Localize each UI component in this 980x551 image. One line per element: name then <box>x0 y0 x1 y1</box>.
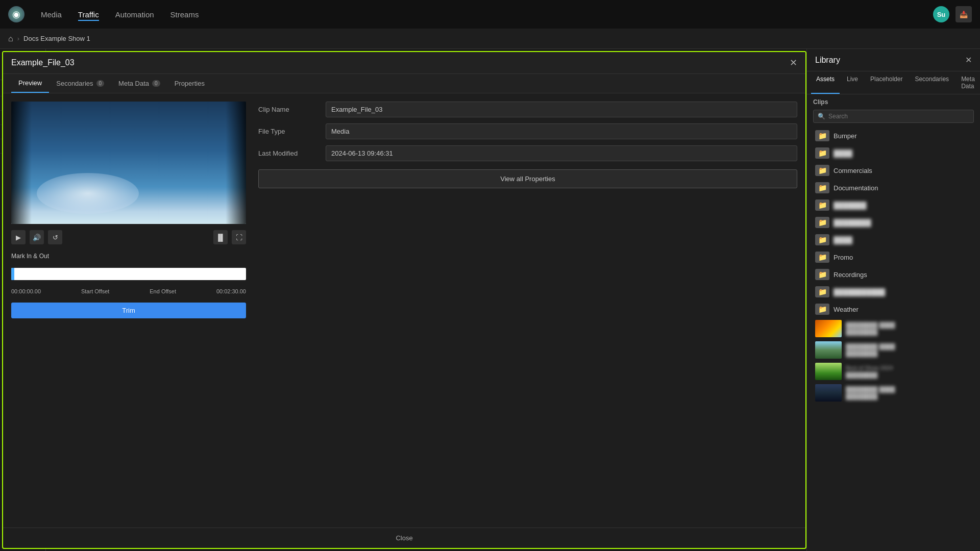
vignette-right <box>226 102 246 224</box>
thumbnail-name-1: ████████ ████████████ <box>846 321 895 336</box>
trim-bar-track[interactable] <box>11 268 246 280</box>
inbox-icon[interactable]: 📥 <box>955 6 972 22</box>
app-logo[interactable]: ◉ <box>8 6 24 22</box>
folder-list: 📁 Bumper 📁 ████ 📁 Commercials 📁 Document… <box>807 127 980 551</box>
folder-icon: 📁 <box>815 199 829 211</box>
thumbnail-name-4: ████████ ████████████ <box>846 386 895 400</box>
folder-name-bumper: Bumper <box>834 132 857 140</box>
volume-button[interactable]: 🔊 <box>30 230 44 244</box>
modal-body: ▶ 🔊 ↺ ▐▌ ⛶ Mark In & Out 00:00:00.00 Sta… <box>3 93 805 528</box>
folder-item-blurred3[interactable]: 📁 ████████ <box>811 214 976 231</box>
user-avatar[interactable]: Su <box>933 6 949 22</box>
folder-item-commercials[interactable]: 📁 Commercials <box>811 162 976 179</box>
file-type-label: File Type <box>258 128 320 135</box>
modal-tabs: Preview Secondaries 0 Meta Data 0 Proper… <box>3 74 805 93</box>
tab-secondaries[interactable]: Secondaries 0 <box>49 74 111 93</box>
thumbnail-item-1[interactable]: ████████ ████████████ <box>811 318 976 339</box>
thumbnail-preview-3 <box>815 363 842 380</box>
breadcrumb: ⌂ › Docs Example Show 1 <box>0 29 980 49</box>
folder-name-blurred1: ████ <box>834 149 852 157</box>
tab-preview[interactable]: Preview <box>11 74 49 93</box>
folder-name-blurred3: ████████ <box>834 219 871 227</box>
thumbnail-name-2: ████████ ████████████ <box>846 343 895 358</box>
trim-button[interactable]: Trim <box>11 303 246 318</box>
top-navigation: ◉ Media Traffic Automation Streams Su 📥 <box>0 0 980 29</box>
lib-tab-placeholder[interactable]: Placeholder <box>865 71 908 94</box>
lib-tab-metadata[interactable]: Meta Data <box>956 71 980 94</box>
folder-icon: 📁 <box>815 252 829 263</box>
folder-name-commercials: Commercials <box>834 167 872 174</box>
folder-icon: 📁 <box>815 147 829 159</box>
library-panel: Library ✕ Assets Live Placeholder Second… <box>806 49 980 551</box>
nav-media[interactable]: Media <box>41 8 62 21</box>
folder-icon: 📁 <box>815 130 829 141</box>
thumbnail-preview-1 <box>815 320 842 337</box>
nav-right-area: Su 📥 <box>933 6 972 22</box>
home-icon[interactable]: ⌂ <box>8 34 13 43</box>
modal-header: Example_File_03 ✕ <box>3 52 805 74</box>
play-button[interactable]: ▶ <box>11 230 26 244</box>
vignette-left <box>11 102 32 224</box>
library-title: Library <box>815 56 840 65</box>
view-all-properties-button[interactable]: View all Properties <box>258 169 797 188</box>
library-close-button[interactable]: ✕ <box>965 55 972 65</box>
folder-item-weather[interactable]: 📁 Weather <box>811 300 976 318</box>
clip-name-row: Clip Name Example_File_03 <box>258 102 797 117</box>
folder-item-promo[interactable]: 📁 Promo <box>811 248 976 266</box>
end-offset-label: End Offset <box>150 288 176 294</box>
folder-item-bumper[interactable]: 📁 Bumper <box>811 127 976 144</box>
nav-streams[interactable]: Streams <box>170 8 199 21</box>
start-offset-label: Start Offset <box>81 288 109 294</box>
lib-tab-live[interactable]: Live <box>842 71 863 94</box>
bar-chart-button[interactable]: ▐▌ <box>213 230 228 244</box>
loop-button[interactable]: ↺ <box>48 230 62 244</box>
modal-close-button[interactable]: ✕ <box>790 58 797 67</box>
close-footer-button[interactable]: Close <box>396 534 412 542</box>
folder-name-blurred5: ███████████ <box>834 288 885 296</box>
fullscreen-button[interactable]: ⛶ <box>232 230 246 244</box>
clips-section-label: Clips <box>807 94 980 108</box>
lib-tab-secondaries[interactable]: Secondaries <box>910 71 954 94</box>
last-modified-row: Last Modified 2024-06-13 09:46:31 <box>258 145 797 161</box>
thumbnail-item-3[interactable]: Best of Show 2024████████ <box>811 361 976 382</box>
folder-icon: 📁 <box>815 234 829 245</box>
folder-item-recordings[interactable]: 📁 Recordings <box>811 266 976 283</box>
tab-properties[interactable]: Properties <box>167 74 212 93</box>
main-area: 100% ✕ ATION FLAGS 01:30.00 ■ 02:26.00 ■… <box>0 49 980 551</box>
video-preview <box>11 102 246 224</box>
file-type-row: File Type Media <box>258 123 797 139</box>
folder-name-blurred2: ███████ <box>834 202 866 209</box>
file-type-value: Media <box>326 123 797 139</box>
folder-item-blurred2[interactable]: 📁 ███████ <box>811 196 976 214</box>
folder-item-blurred5[interactable]: 📁 ███████████ <box>811 283 976 300</box>
folder-icon: 📁 <box>815 165 829 176</box>
secondaries-badge: 0 <box>96 80 105 87</box>
search-bar[interactable]: 🔍 <box>813 110 974 123</box>
folder-item-documentation[interactable]: 📁 Documentation <box>811 179 976 196</box>
breadcrumb-separator: › <box>17 35 19 42</box>
folder-item-blurred1[interactable]: 📁 ████ <box>811 144 976 162</box>
folder-icon: 📁 <box>815 269 829 280</box>
search-input[interactable] <box>828 113 969 120</box>
folder-icon: 📁 <box>815 304 829 315</box>
properties-area: Clip Name Example_File_03 File Type Medi… <box>258 102 797 519</box>
trim-bar-handle[interactable] <box>11 268 14 280</box>
folder-name-documentation: Documentation <box>834 184 878 192</box>
start-offset-value: 00:00:00.00 <box>11 288 41 294</box>
modal-container: Example_File_03 ✕ Preview Secondaries 0 … <box>2 51 806 549</box>
folder-name-promo: Promo <box>834 254 853 261</box>
thumbnail-preview-4 <box>815 384 842 402</box>
thumbnail-item-4[interactable]: ████████ ████████████ <box>811 382 976 404</box>
clip-name-label: Clip Name <box>258 106 320 113</box>
folder-name-blurred4: ████ <box>834 236 852 244</box>
nav-traffic[interactable]: Traffic <box>78 8 99 21</box>
nav-automation[interactable]: Automation <box>115 8 154 21</box>
metadata-badge: 0 <box>152 80 160 87</box>
tab-metadata[interactable]: Meta Data 0 <box>111 74 167 93</box>
last-modified-label: Last Modified <box>258 149 320 157</box>
folder-item-blurred4[interactable]: 📁 ████ <box>811 231 976 248</box>
lib-tab-assets[interactable]: Assets <box>811 71 840 94</box>
modal-footer: Close <box>3 528 805 548</box>
last-modified-value: 2024-06-13 09:46:31 <box>326 145 797 161</box>
thumbnail-item-2[interactable]: ████████ ████████████ <box>811 339 976 361</box>
